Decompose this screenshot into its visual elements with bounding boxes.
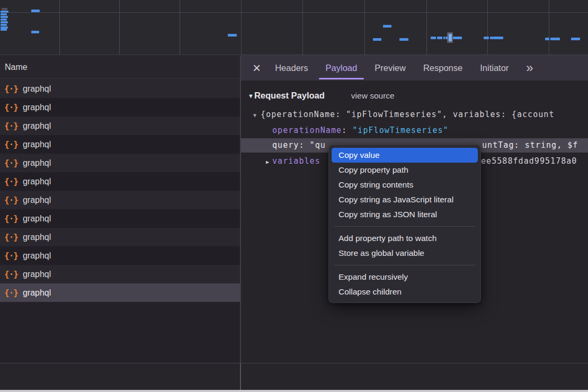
variables-fragment-right: ee5588fdad995178a0	[481, 154, 577, 168]
overview-lane-divider	[0, 12, 588, 13]
overview-gridline	[59, 0, 60, 55]
network-overview-graph[interactable]	[0, 0, 588, 55]
overview-gridline	[119, 0, 120, 55]
request-name-label: graphql	[23, 195, 51, 205]
menu-item-store-as-global-variable[interactable]: Store as global variable	[332, 246, 478, 261]
request-row[interactable]: {·}graphql	[0, 79, 240, 98]
json-braces-icon: {·}	[4, 103, 18, 112]
property-value-string: "ipFlowTimeseries"	[352, 126, 448, 135]
request-name-label: graphql	[23, 140, 51, 149]
tab-payload[interactable]: Payload	[326, 55, 358, 81]
json-braces-icon: {·}	[4, 159, 18, 167]
waterfall-bar	[493, 37, 503, 39]
waterfall-bar	[2, 8, 7, 10]
waterfall-bar	[449, 34, 452, 41]
json-braces-icon: {·}	[4, 122, 18, 130]
waterfall-bar	[453, 37, 462, 39]
request-row[interactable]: {·}graphql	[0, 228, 240, 246]
requests-panel: Name {·}graphql{·}graphql{·}graphql{·}gr…	[0, 56, 240, 392]
expand-triangle-icon[interactable]: ▼	[253, 112, 256, 118]
request-row[interactable]: {·}graphql	[0, 246, 240, 265]
request-payload-title[interactable]: ▼Request Payload	[248, 91, 325, 100]
payload-operation-row[interactable]: operationName: "ipFlowTimeseries"	[241, 123, 588, 138]
request-row[interactable]: {·}graphql	[0, 265, 240, 283]
window-bottom-edge	[0, 390, 588, 392]
waterfall-bar	[399, 38, 408, 41]
request-row[interactable]: {·}graphql	[0, 191, 240, 209]
query-fragment-right: untTag: string, $f	[482, 138, 578, 153]
waterfall-bar	[484, 37, 489, 39]
request-row[interactable]: {·}graphql	[0, 209, 240, 228]
waterfall-bar	[228, 34, 237, 37]
request-list: {·}graphql{·}graphql{·}graphql{·}graphql…	[0, 79, 240, 302]
column-header-name[interactable]: Name	[0, 56, 240, 79]
waterfall-bar	[383, 25, 391, 28]
property-key: variables	[272, 156, 320, 166]
key-separator: :	[342, 126, 352, 135]
tab-initiator[interactable]: Initiator	[480, 55, 509, 81]
waterfall-bar	[1, 29, 7, 31]
request-row[interactable]: {·}graphql	[0, 98, 240, 117]
overview-gridline	[302, 0, 303, 55]
request-name-label: graphql	[23, 121, 51, 131]
request-payload-section: ▼Request Payloadview source	[241, 88, 588, 103]
request-row[interactable]: {·}graphql	[0, 172, 240, 191]
tab-response[interactable]: Response	[423, 55, 462, 81]
request-name-label: graphql	[23, 214, 51, 224]
request-row[interactable]: {·}graphql	[0, 117, 240, 135]
tab-preview[interactable]: Preview	[375, 55, 406, 81]
waterfall-bar	[446, 37, 448, 39]
menu-item-copy-string-contents[interactable]: Copy string contents	[332, 177, 478, 192]
menu-item-copy-string-as-javascript-literal[interactable]: Copy string as JavaScript literal	[332, 192, 478, 207]
waterfall-bar	[545, 38, 549, 40]
overview-gridline	[487, 0, 488, 55]
waterfall-bar	[31, 31, 39, 33]
property-key: operationName	[272, 126, 342, 135]
json-braces-icon: {·}	[4, 233, 18, 242]
waterfall-bar	[1, 19, 7, 21]
menu-item-copy-string-as-json-literal[interactable]: Copy string as JSON literal	[332, 207, 478, 222]
request-name-label: graphql	[23, 288, 51, 298]
request-row[interactable]: {·}graphql	[0, 135, 240, 154]
expand-triangle-icon[interactable]: ▶	[266, 159, 269, 165]
tab-headers[interactable]: Headers	[275, 55, 308, 81]
waterfall-bar	[550, 38, 560, 40]
context-menu: Copy valueCopy property pathCopy string …	[328, 145, 481, 303]
request-name-label: graphql	[23, 84, 51, 94]
request-name-label: graphql	[23, 251, 51, 261]
details-tabbar: × HeadersPayloadPreviewResponseInitiator…	[241, 55, 588, 81]
waterfall-bar	[1, 24, 7, 26]
waterfall-bar	[1, 16, 8, 18]
collapse-triangle-icon[interactable]: ▼	[248, 93, 254, 99]
request-name-label: graphql	[23, 158, 51, 168]
more-tabs-icon[interactable]: »	[526, 61, 533, 74]
menu-item-copy-property-path[interactable]: Copy property path	[332, 163, 478, 177]
waterfall-bar	[373, 38, 381, 41]
waterfall-bar	[431, 37, 436, 39]
payload-root-row[interactable]: ▼{operationName: "ipFlowTimeseries", var…	[241, 107, 588, 122]
json-braces-icon: {·}	[4, 252, 18, 260]
waterfall-bar	[31, 10, 40, 12]
request-name-label: graphql	[23, 233, 51, 242]
payload-root-preview: {operationName: "ipFlowTimeseries", vari…	[261, 110, 554, 119]
view-source-link[interactable]: view source	[351, 91, 395, 100]
menu-separator	[334, 265, 475, 265]
overview-gridline	[180, 0, 180, 55]
footer-panel-divider	[240, 363, 241, 390]
json-braces-icon: {·}	[4, 177, 18, 186]
menu-item-collapse-children[interactable]: Collapse children	[332, 284, 478, 299]
menu-item-copy-value[interactable]: Copy value	[332, 148, 478, 163]
waterfall-bar	[1, 21, 8, 23]
menu-item-add-property-path-to-watch[interactable]: Add property path to watch	[332, 231, 478, 246]
request-row[interactable]: {·}graphql	[0, 283, 240, 302]
menu-item-expand-recursively[interactable]: Expand recursively	[332, 270, 478, 284]
waterfall-bar	[1, 11, 8, 13]
menu-separator	[334, 226, 475, 227]
request-row[interactable]: {·}graphql	[0, 154, 240, 172]
close-icon[interactable]: ×	[253, 61, 261, 75]
json-braces-icon: {·}	[4, 196, 18, 204]
overview-gridline	[364, 0, 365, 55]
request-name-label: graphql	[23, 103, 51, 112]
overview-gridline	[241, 0, 242, 55]
request-name-label: graphql	[23, 270, 51, 279]
